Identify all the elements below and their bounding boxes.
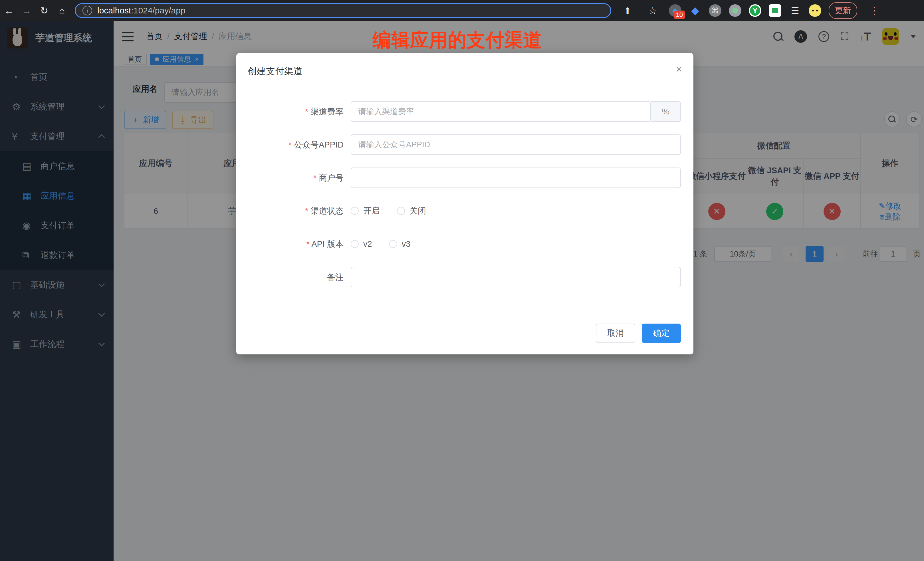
site-info-icon[interactable]: i: [82, 6, 92, 15]
create-channel-dialog: 创建支付渠道 × 渠道费率 请输入渠道费率 % 公众号APPID 请输入公众号A…: [236, 53, 693, 354]
radio-circle-icon: [351, 207, 359, 215]
browser-toolbar: ← → ↻ ⌂ i localhost:1024/pay/app ⬆ ☆ ◆ 1…: [0, 0, 924, 21]
extension-badge: 10: [674, 10, 685, 19]
radio-circle-icon: [351, 240, 359, 248]
extension-kite-icon[interactable]: ◆: [689, 4, 701, 17]
status-closed-radio[interactable]: 关闭: [397, 205, 426, 217]
appid-label: 公众号APPID: [236, 134, 344, 155]
bookmark-star-icon[interactable]: ☆: [644, 5, 662, 16]
url-text[interactable]: localhost:1024/pay/app: [97, 6, 186, 15]
screen: ← → ↻ ⌂ i localhost:1024/pay/app ⬆ ☆ ◆ 1…: [0, 0, 924, 561]
remark-input[interactable]: [351, 267, 681, 287]
extension-emoji-icon[interactable]: [809, 4, 821, 17]
back-icon[interactable]: ←: [0, 5, 18, 16]
extension-tabs-icon[interactable]: ◆ 10: [669, 4, 681, 17]
browser-menu-icon[interactable]: ⋮: [865, 5, 885, 16]
extension-y-icon[interactable]: Y: [749, 4, 761, 17]
merchant-id-input[interactable]: [351, 168, 681, 188]
extension-chat-icon[interactable]: [769, 4, 782, 17]
address-bar[interactable]: i localhost:1024/pay/app: [75, 3, 611, 18]
radio-circle-icon: [389, 240, 397, 248]
api-v3-radio[interactable]: v3: [389, 239, 411, 249]
home-icon[interactable]: ⌂: [53, 5, 71, 16]
rate-input[interactable]: 请输入渠道费率: [351, 101, 651, 122]
appid-input[interactable]: 请输入公众号APPID: [351, 134, 681, 155]
radio-circle-icon: [397, 207, 405, 215]
cancel-button[interactable]: 取消: [596, 324, 635, 343]
merchant-id-label: 商户号: [236, 168, 344, 188]
dialog-title: 创建支付渠道: [248, 65, 303, 78]
rate-label: 渠道费率: [236, 101, 344, 122]
remark-label: 备注: [236, 267, 344, 287]
percent-addon: %: [651, 101, 681, 122]
status-open-radio[interactable]: 开启: [351, 205, 380, 217]
extension-green-dot-icon[interactable]: [729, 4, 741, 17]
close-icon[interactable]: ×: [676, 63, 682, 75]
reload-icon[interactable]: ↻: [35, 5, 53, 16]
annotation-text: 编辑应用的支付渠道: [372, 27, 542, 53]
share-icon[interactable]: ⬆: [619, 6, 636, 16]
api-v2-radio[interactable]: v2: [351, 239, 372, 249]
confirm-button[interactable]: 确定: [642, 324, 681, 343]
status-label: 渠道状态: [236, 201, 344, 221]
extension-command-icon[interactable]: ⌘: [709, 4, 722, 17]
extension-puzzle-icon[interactable]: ☰: [789, 4, 801, 17]
forward-icon[interactable]: →: [18, 5, 35, 16]
browser-update-button[interactable]: 更新: [829, 2, 857, 19]
api-version-label: API 版本: [236, 234, 344, 254]
